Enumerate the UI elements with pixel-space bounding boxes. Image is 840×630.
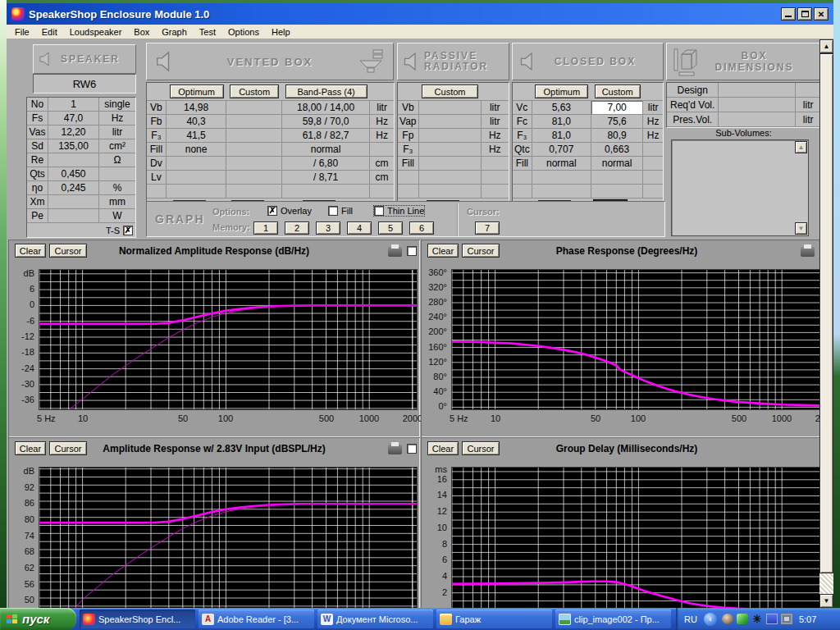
memory-button-7[interactable]: 7: [475, 221, 500, 235]
param-value[interactable]: [419, 185, 482, 199]
speaker-param-value[interactable]: [48, 209, 99, 223]
param-value[interactable]: 14,98: [167, 101, 227, 115]
param-value[interactable]: normal: [282, 143, 370, 157]
param-value[interactable]: [419, 101, 482, 115]
param-value[interactable]: [532, 171, 591, 185]
clock[interactable]: 5:07: [799, 614, 816, 624]
language-indicator[interactable]: RU: [684, 614, 697, 624]
param-value[interactable]: [226, 115, 282, 129]
thin-line-checkbox[interactable]: [374, 206, 384, 216]
speaker-param-value[interactable]: [48, 195, 99, 209]
param-value[interactable]: / 8,71: [282, 171, 370, 185]
overlay-checkbox[interactable]: ✗: [267, 206, 277, 216]
param-value[interactable]: 81,0: [532, 129, 591, 143]
speaker-param-value[interactable]: 0,245: [48, 181, 99, 195]
menu-options[interactable]: Options: [226, 27, 261, 37]
menu-edit[interactable]: Edit: [40, 27, 59, 37]
menu-box[interactable]: Box: [132, 27, 151, 37]
memory-button-3[interactable]: 3: [316, 221, 340, 235]
optimum-button[interactable]: Optimum: [170, 84, 224, 98]
tray-bug-icon[interactable]: ✳: [751, 614, 763, 624]
param-value[interactable]: [282, 185, 370, 199]
plot-area[interactable]: [451, 269, 830, 410]
tray-network-icon[interactable]: [766, 614, 778, 624]
tray-chevron-icon[interactable]: ‹: [704, 613, 717, 626]
speaker-param-unit[interactable]: single: [99, 98, 135, 112]
param-value[interactable]: 0,707: [532, 143, 591, 157]
option-thin-line[interactable]: Thin Line: [374, 206, 424, 216]
param-value[interactable]: [226, 185, 282, 199]
param-value[interactable]: 40,3: [167, 115, 227, 129]
subvolumes-scroll-up-icon[interactable]: ▲: [795, 141, 807, 153]
menu-test[interactable]: Test: [198, 27, 217, 37]
memory-button-6[interactable]: 6: [409, 221, 434, 235]
param-value[interactable]: 18,00 / 14,00: [282, 101, 370, 115]
fill-checkbox[interactable]: [328, 206, 338, 216]
param-value[interactable]: [591, 185, 643, 199]
menu-graph[interactable]: Graph: [160, 27, 189, 37]
task-button-1[interactable]: SpeakerShop Encl...: [80, 609, 195, 628]
param-value[interactable]: [226, 171, 282, 185]
menu-file[interactable]: File: [13, 27, 31, 37]
memory-button-5[interactable]: 5: [378, 221, 403, 235]
param-value[interactable]: / 6,80: [282, 157, 370, 171]
subvolumes-listbox[interactable]: ▲ ▼: [671, 139, 809, 236]
param-value[interactable]: [167, 171, 227, 185]
plot-area[interactable]: [39, 269, 418, 410]
param-value[interactable]: [419, 115, 482, 129]
option-fill[interactable]: Fill: [328, 206, 353, 216]
param-value[interactable]: [532, 185, 591, 199]
memory-button-1[interactable]: 1: [253, 221, 278, 235]
param-value[interactable]: 80,9: [591, 129, 643, 143]
title-bar[interactable]: SpeakerShop Enclosure Module 1.0 ✕: [7, 3, 833, 25]
param-value[interactable]: [419, 129, 482, 143]
param-value[interactable]: normal: [532, 157, 591, 171]
task-button-2[interactable]: AAdobe Reader - [3...: [199, 609, 314, 628]
param-value[interactable]: 0,663: [591, 143, 643, 157]
task-button-4[interactable]: Гараж: [436, 609, 552, 628]
custom-button[interactable]: Custom: [422, 84, 478, 98]
speaker-param-value[interactable]: 0,450: [48, 167, 99, 181]
param-value[interactable]: 61,8 / 82,7: [282, 129, 370, 143]
chart-select-checkbox[interactable]: [407, 246, 417, 256]
subvolumes-scroll-down-icon[interactable]: ▼: [795, 222, 807, 235]
param-value[interactable]: [226, 101, 282, 115]
print-chart-icon[interactable]: [388, 445, 402, 454]
menu-loudspeaker[interactable]: Loudspeaker: [68, 27, 124, 37]
custom-button[interactable]: Custom: [595, 84, 641, 98]
param-value[interactable]: [419, 157, 482, 171]
param-value[interactable]: normal: [591, 157, 643, 171]
tray-volume-icon[interactable]: [722, 614, 733, 624]
speaker-param-value[interactable]: 12,20: [48, 126, 99, 139]
param-value[interactable]: none: [167, 143, 227, 157]
close-button[interactable]: ✕: [814, 7, 829, 21]
scrollbar-thumb[interactable]: [819, 53, 833, 573]
param-value[interactable]: 81,0: [532, 115, 591, 129]
param-value[interactable]: 5,63: [532, 101, 591, 115]
param-value[interactable]: 7,00: [591, 101, 643, 115]
band-pass-4--button[interactable]: Band-Pass (4): [285, 84, 368, 98]
main-vertical-scrollbar[interactable]: ▲ ▼: [819, 39, 833, 608]
custom-button[interactable]: Custom: [230, 84, 279, 98]
option-overlay[interactable]: ✗Overlay: [267, 206, 312, 216]
plot-area[interactable]: [39, 467, 418, 608]
tray-green-icon[interactable]: [737, 614, 748, 624]
param-value[interactable]: [167, 157, 227, 171]
print-chart-icon[interactable]: [801, 247, 815, 257]
maximize-button[interactable]: [797, 7, 812, 21]
speaker-param-value[interactable]: 1: [48, 98, 99, 112]
print-chart-icon[interactable]: [388, 247, 402, 257]
boxdim-value[interactable]: [719, 98, 796, 112]
memory-button-2[interactable]: 2: [285, 221, 309, 235]
chart-select-checkbox[interactable]: [407, 444, 417, 454]
plot-area[interactable]: [451, 467, 830, 608]
param-value[interactable]: 75,6: [591, 115, 643, 129]
param-value[interactable]: [226, 157, 282, 171]
tray-display-icon[interactable]: [781, 614, 792, 624]
speaker-name[interactable]: RW6: [33, 74, 136, 94]
param-value[interactable]: [226, 129, 282, 143]
memory-button-4[interactable]: 4: [347, 221, 372, 235]
boxdim-value[interactable]: [719, 112, 796, 127]
boxdim-value[interactable]: [719, 83, 796, 98]
speaker-param-value[interactable]: [48, 153, 99, 167]
